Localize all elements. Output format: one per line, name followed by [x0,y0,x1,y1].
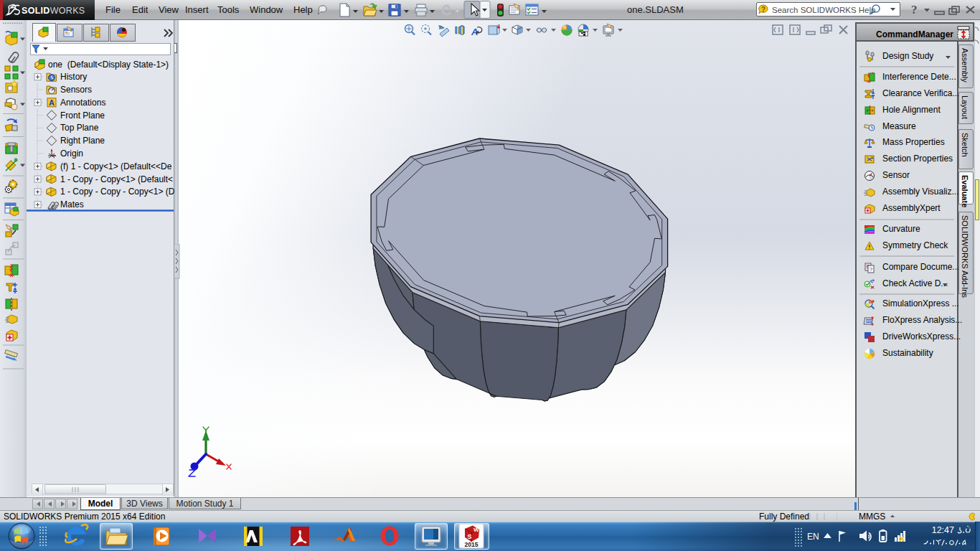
svg-text:2015: 2015 [465,541,479,548]
svg-text:?: ? [761,6,765,14]
svg-text:EN: EN [807,532,819,542]
svg-text:?: ? [870,266,873,273]
svg-text:?: ? [911,3,918,17]
svg-text:W: W [473,527,479,533]
svg-text:S: S [468,533,472,540]
svg-text:12:47: 12:47 [932,525,954,535]
